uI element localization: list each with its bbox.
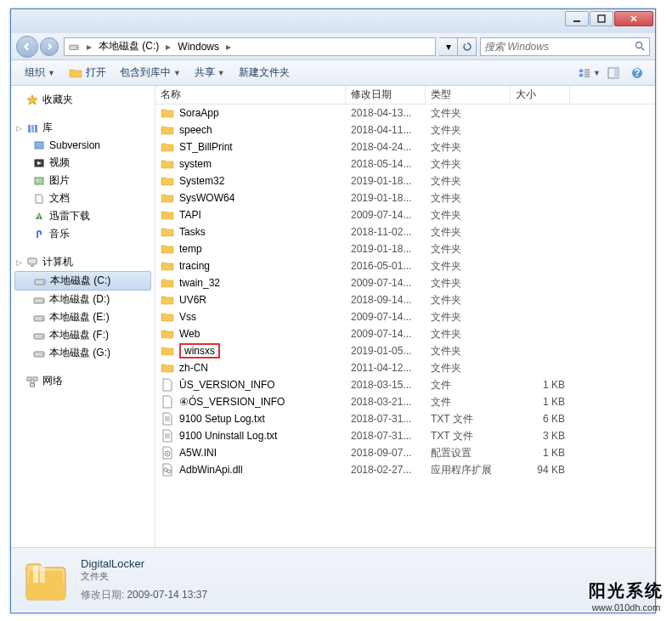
file-name: System32: [179, 175, 224, 187]
file-name: winsxs: [179, 343, 220, 358]
library-item-icon: [31, 156, 47, 170]
nav-library-item[interactable]: 视频: [11, 154, 155, 172]
file-date: 2018-05-14...: [346, 158, 426, 170]
library-item-icon: [31, 210, 47, 223]
svg-rect-5: [579, 69, 583, 72]
nav-library-item[interactable]: 音乐: [11, 225, 155, 243]
breadcrumb-arrow[interactable]: ▸: [83, 38, 95, 55]
file-row[interactable]: Tasks2018-11-02...文件夹: [155, 223, 655, 240]
breadcrumb-arrow[interactable]: ▸: [162, 38, 174, 55]
file-row[interactable]: AdbWinApi.dll2018-02-27...应用程序扩展94 KB: [155, 461, 655, 478]
file-date: 2018-03-21...: [346, 396, 426, 408]
refresh-button[interactable]: [458, 37, 477, 56]
file-type: 文件夹: [426, 310, 511, 325]
file-name: temp: [179, 243, 202, 255]
file-type: 配置设置: [426, 446, 511, 460]
libraries-label: 库: [42, 121, 53, 135]
search-box[interactable]: [480, 37, 650, 56]
history-dropdown[interactable]: ▾: [439, 37, 458, 56]
breadcrumb-folder[interactable]: Windows: [174, 38, 223, 55]
folder-icon: [161, 344, 174, 358]
file-list[interactable]: SoraApp2018-04-13...文件夹speech2018-04-11.…: [155, 104, 655, 547]
file-type: 文件夹: [426, 293, 511, 308]
column-name[interactable]: 名称: [155, 86, 346, 104]
computer-group[interactable]: ▷计算机: [11, 253, 155, 271]
breadcrumb-arrow[interactable]: ▸: [223, 38, 234, 55]
file-row[interactable]: ST_BillPrint2018-04-24...文件夹: [155, 138, 655, 155]
column-size[interactable]: 大小: [511, 86, 570, 104]
file-row[interactable]: 9100 Uninstall Log.txt2018-07-31...TXT 文…: [155, 427, 655, 444]
open-button[interactable]: 打开: [62, 60, 113, 85]
nav-library-item[interactable]: Subversion: [11, 137, 155, 154]
file-row[interactable]: temp2019-01-18...文件夹: [155, 240, 655, 257]
nav-drive-item[interactable]: 本地磁盘 (F:): [11, 326, 155, 344]
file-row[interactable]: Vss2009-07-14...文件夹: [155, 308, 655, 325]
titlebar: [11, 9, 655, 33]
nav-library-item[interactable]: 迅雷下载: [11, 207, 155, 225]
file-name: UV6R: [179, 294, 206, 306]
file-row[interactable]: A5W.INI2018-09-07...配置设置1 KB: [155, 444, 655, 461]
file-row[interactable]: ÛS_VERSION_INFO2018-03-15...文件1 KB: [155, 376, 655, 393]
file-name: speech: [179, 124, 212, 136]
file-row[interactable]: system2018-05-14...文件夹: [155, 155, 655, 172]
file-row[interactable]: ④ÓS_VERSION_INFO2018-03-21...文件1 KB: [155, 393, 655, 410]
file-row[interactable]: winsxs2019-01-05...文件夹: [155, 342, 655, 359]
file-name: SoraApp: [179, 107, 219, 119]
forward-button[interactable]: [40, 37, 59, 56]
file-row[interactable]: UV6R2018-09-14...文件夹: [155, 291, 655, 308]
column-type[interactable]: 类型: [426, 86, 511, 104]
svg-point-3: [76, 47, 78, 48]
file-date: 2019-01-18...: [346, 192, 426, 204]
back-button[interactable]: [16, 36, 38, 58]
file-date: 2019-01-05...: [346, 345, 426, 357]
file-row[interactable]: 9100 Setup Log.txt2018-07-31...TXT 文件6 K…: [155, 410, 655, 427]
file-name: Web: [179, 328, 200, 340]
preview-pane-button[interactable]: [602, 64, 624, 82]
svg-rect-8: [584, 71, 590, 72]
libraries-group[interactable]: ▷库: [11, 119, 155, 137]
minimize-button[interactable]: [565, 11, 589, 26]
favorites-group[interactable]: 收藏夹: [11, 91, 155, 109]
include-library-menu[interactable]: 包含到库中▼: [113, 60, 188, 85]
details-text: DigitalLocker 文件夹 修改日期: 2009-07-14 13:37: [81, 557, 207, 602]
file-row[interactable]: SysWOW642019-01-18...文件夹: [155, 189, 655, 206]
organize-menu[interactable]: 组织▼: [18, 60, 62, 85]
file-row[interactable]: SoraApp2018-04-13...文件夹: [155, 104, 655, 121]
nav-drive-item[interactable]: 本地磁盘 (D:): [11, 291, 155, 308]
file-row[interactable]: Web2009-07-14...文件夹: [155, 325, 655, 342]
search-input[interactable]: [481, 41, 630, 53]
file-row[interactable]: zh-CN2011-04-12...文件夹: [155, 359, 655, 376]
file-date: 2018-04-11...: [346, 124, 426, 136]
close-button[interactable]: [614, 11, 653, 26]
svg-rect-1: [598, 15, 605, 22]
svg-rect-42: [40, 566, 45, 583]
share-menu[interactable]: 共享▼: [188, 60, 232, 85]
svg-rect-0: [573, 20, 580, 22]
column-date[interactable]: 修改日期: [346, 86, 426, 104]
network-group[interactable]: 网络: [11, 372, 155, 390]
file-row[interactable]: twain_322009-07-14...文件夹: [155, 274, 655, 291]
breadcrumb-drive[interactable]: 本地磁盘 (C:): [95, 38, 162, 55]
file-date: 2009-07-14...: [346, 328, 426, 340]
new-folder-button[interactable]: 新建文件夹: [232, 60, 296, 85]
nav-library-item[interactable]: 图片: [11, 172, 155, 189]
library-item-icon: [31, 192, 47, 206]
maximize-button[interactable]: [590, 11, 613, 26]
file-row[interactable]: speech2018-04-11...文件夹: [155, 121, 655, 138]
nav-library-item[interactable]: 文档: [11, 189, 155, 207]
column-headers: 名称 修改日期 类型 大小: [155, 86, 655, 104]
nav-drive-item[interactable]: 本地磁盘 (C:): [14, 271, 151, 291]
file-row[interactable]: System322019-01-18...文件夹: [155, 172, 655, 189]
svg-rect-10: [584, 76, 590, 76]
search-icon[interactable]: [630, 38, 649, 55]
breadcrumb[interactable]: ▸ 本地磁盘 (C:) ▸ Windows ▸: [64, 37, 436, 56]
view-options-button[interactable]: ▼: [579, 64, 601, 82]
file-type: TXT 文件: [426, 429, 511, 443]
file-row[interactable]: tracing2016-05-01...文件夹: [155, 257, 655, 274]
help-button[interactable]: ?: [626, 64, 648, 82]
nav-drive-item[interactable]: 本地磁盘 (E:): [11, 308, 155, 326]
folder-icon: [161, 310, 174, 324]
svg-point-4: [635, 42, 641, 48]
nav-drive-item[interactable]: 本地磁盘 (G:): [11, 344, 155, 362]
file-row[interactable]: TAPI2009-07-14...文件夹: [155, 206, 655, 223]
